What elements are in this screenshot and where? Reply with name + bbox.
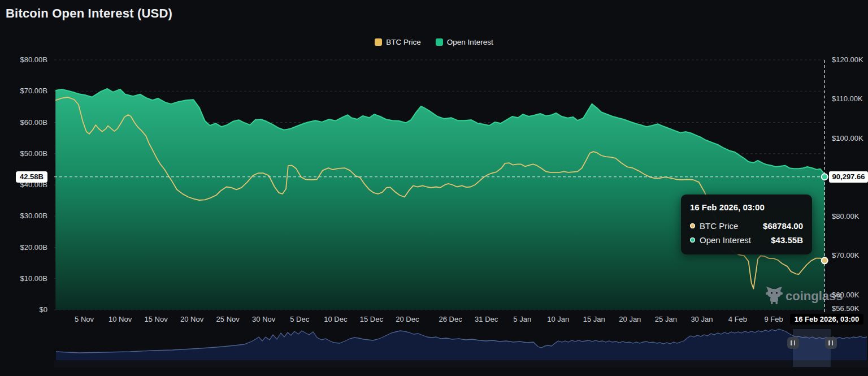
navigator-area[interactable] xyxy=(56,329,867,360)
btc-price-dot-icon xyxy=(690,223,695,228)
axis-tick-label: 10 Dec xyxy=(324,314,347,325)
chart-tooltip: 16 Feb 2026, 03:00 BTC Price $68784.00 O… xyxy=(681,195,812,254)
axis-tick-label: $80.00B xyxy=(0,55,47,65)
axis-tick-label: $60.00K xyxy=(832,290,859,300)
axis-tick-label: $100.00K xyxy=(832,133,863,144)
axis-tick-label: $56.50K xyxy=(832,304,859,314)
axis-tick-label: $60.00B xyxy=(0,118,47,128)
tooltip-row-open-interest: Open Interest $43.55B xyxy=(690,233,803,247)
axis-tick-label: $120.00K xyxy=(832,55,863,65)
axis-tick-label: 26 Dec xyxy=(439,314,462,325)
axis-tick-label: $30.00B xyxy=(0,211,47,221)
axis-tick-label: 25 Jan xyxy=(655,314,677,325)
tooltip-row-btc-price: BTC Price $68784.00 xyxy=(690,219,803,233)
btc-price-endpoint-dot xyxy=(822,257,828,263)
axis-tick-label: 20 Nov xyxy=(180,314,203,325)
grip-bar-icon xyxy=(794,340,796,345)
axis-tick-label: $10.00B xyxy=(0,274,47,284)
navigator-selection[interactable] xyxy=(793,329,831,367)
navigator-handle-left[interactable] xyxy=(787,337,799,349)
axis-tick-label: 5 Dec xyxy=(290,314,309,325)
axis-tick-label: $20.00B xyxy=(0,243,47,253)
axis-tick-label: $70.00B xyxy=(0,86,47,96)
tooltip-value: $68784.00 xyxy=(763,221,803,231)
crosshair-date-badge: 16 Feb 2026, 03:00 xyxy=(790,314,863,325)
tooltip-label: Open Interest xyxy=(700,235,751,245)
axis-tick-label: $110.00K xyxy=(832,94,863,104)
open-interest-last-value-badge: 42.58B xyxy=(16,171,47,183)
axis-tick-label: $50.00B xyxy=(0,149,47,159)
tooltip-label: BTC Price xyxy=(700,221,738,231)
axis-tick-label: 15 Nov xyxy=(145,314,168,325)
tooltip-date: 16 Feb 2026, 03:00 xyxy=(690,202,803,212)
axis-tick-label: $0 xyxy=(0,305,47,315)
axis-tick-label: 5 Nov xyxy=(75,314,94,325)
axis-tick-label: 15 Dec xyxy=(360,314,383,325)
axis-tick-label: $70.00K xyxy=(832,250,859,261)
grip-bar-icon xyxy=(832,340,834,345)
axis-tick-label: 30 Nov xyxy=(252,314,275,325)
axis-tick-label: 31 Dec xyxy=(475,314,498,325)
axis-tick-label: 30 Jan xyxy=(691,314,713,325)
navigator-layer[interactable] xyxy=(54,329,868,368)
navigator-handle-right[interactable] xyxy=(825,337,837,349)
axis-tick-label: 4 Feb xyxy=(728,314,747,325)
axis-tick-label: 20 Dec xyxy=(396,314,419,325)
coinglass-watermark: coinglass xyxy=(766,287,843,304)
navigator-baseline-band xyxy=(54,360,868,368)
axis-tick-label: 20 Jan xyxy=(619,314,641,325)
grip-bar-icon xyxy=(828,340,830,345)
tooltip-value: $43.55B xyxy=(771,235,803,245)
axis-tick-label: 5 Jan xyxy=(513,314,531,325)
axis-tick-label: 25 Nov xyxy=(216,314,240,325)
grip-bar-icon xyxy=(791,340,792,345)
axis-tick-label: 10 Jan xyxy=(547,314,569,325)
price-axis-crosshair-badge: 90,297.66 xyxy=(829,171,868,183)
axis-tick-label: 15 Jan xyxy=(583,314,605,325)
open-interest-endpoint-dot xyxy=(822,174,828,180)
bitcoin-open-interest-chart-page: Bitcoin Open Interest (USD) BTC Price Op… xyxy=(0,0,868,376)
axis-tick-label: $80.00K xyxy=(832,211,859,222)
open-interest-dot-icon xyxy=(690,237,695,243)
axis-tick-label: 10 Nov xyxy=(108,314,132,325)
axis-tick-label: 9 Feb xyxy=(764,314,783,325)
